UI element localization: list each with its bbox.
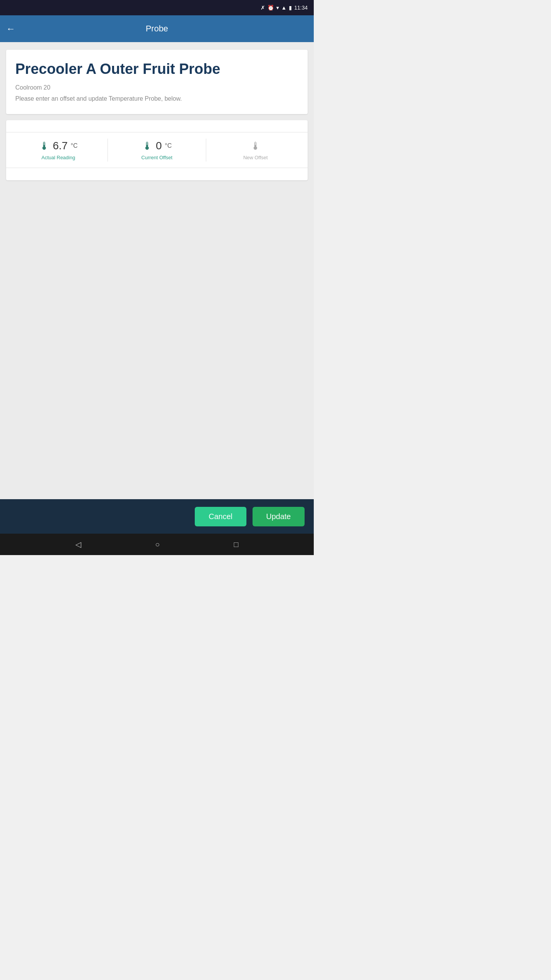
alarm-icon: ⏰ [267, 5, 274, 11]
bluetooth-icon: ✗ [261, 5, 265, 11]
update-button[interactable]: Update [253, 507, 305, 526]
coolroom-label: Coolroom 20 [15, 84, 298, 91]
readings-bottom-space [6, 168, 308, 180]
current-offset-unit: °C [165, 142, 172, 149]
new-offset-item: 🌡 New Offset [206, 140, 305, 160]
page-title: Probe [146, 24, 168, 34]
readings-row: 🌡 6.7 °C Actual Reading 🌡 0 °C Current O… [6, 132, 308, 168]
instruction-text: Please enter an offset and update Temper… [15, 94, 298, 103]
info-card: Precooler A Outer Fruit Probe Coolroom 2… [6, 50, 308, 114]
nav-home-icon[interactable]: ○ [155, 540, 160, 549]
actual-reading-item: 🌡 6.7 °C Actual Reading [9, 140, 108, 160]
back-icon: ← [6, 23, 15, 34]
thermometer-new-icon: 🌡 [250, 140, 261, 152]
probe-title: Precooler A Outer Fruit Probe [15, 60, 298, 78]
android-nav-bar: ◁ ○ □ [0, 534, 314, 555]
cancel-button[interactable]: Cancel [195, 507, 246, 526]
current-offset-value-row: 🌡 0 °C [142, 140, 172, 152]
wifi-icon: ▾ [276, 5, 279, 11]
battery-icon: ▮ [289, 5, 292, 11]
toolbar: ← Probe [0, 15, 314, 42]
current-offset-value: 0 [156, 140, 162, 152]
status-icons: ✗ ⏰ ▾ ▲ ▮ 11:34 [261, 5, 308, 11]
status-bar: ✗ ⏰ ▾ ▲ ▮ 11:34 [0, 0, 314, 15]
actual-reading-value: 6.7 [53, 140, 68, 152]
actual-reading-unit: °C [71, 142, 78, 149]
time-display: 11:34 [294, 5, 308, 11]
thermometer-actual-icon: 🌡 [39, 140, 50, 152]
readings-top-space [6, 120, 308, 132]
back-button[interactable]: ← [6, 23, 15, 34]
readings-card: 🌡 6.7 °C Actual Reading 🌡 0 °C Current O… [6, 120, 308, 180]
nav-recent-icon[interactable]: □ [234, 540, 238, 549]
actual-reading-value-row: 🌡 6.7 °C [39, 140, 78, 152]
current-offset-label: Current Offset [141, 155, 172, 160]
nav-back-icon[interactable]: ◁ [75, 540, 81, 549]
thermometer-offset-icon: 🌡 [142, 140, 153, 152]
actual-reading-label: Actual Reading [41, 155, 75, 160]
signal-icon: ▲ [281, 5, 287, 11]
main-content: Precooler A Outer Fruit Probe Coolroom 2… [0, 42, 314, 499]
current-offset-item: 🌡 0 °C Current Offset [108, 140, 206, 160]
bottom-bar: Cancel Update [0, 499, 314, 534]
new-offset-label: New Offset [243, 155, 268, 160]
